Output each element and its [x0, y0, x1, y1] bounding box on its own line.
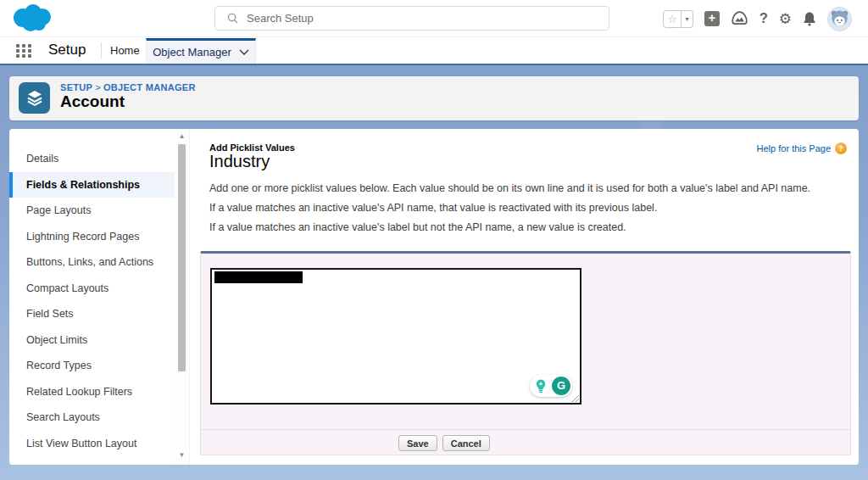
sidebar-item-related-lookup-filters[interactable]: Related Lookup Filters: [9, 379, 175, 405]
sidebar-item-hierarchy-columns[interactable]: Hierarchy Columns: [9, 456, 175, 465]
sidebar-item-page-layouts[interactable]: Page Layouts: [9, 198, 175, 224]
app-title: Setup: [48, 42, 86, 59]
app-launcher-icon[interactable]: [16, 44, 32, 58]
scroll-up-icon[interactable]: ▲: [175, 131, 189, 142]
sidebar-item-lightning-record-pages[interactable]: Lightning Record Pages: [9, 224, 175, 250]
instruction-line-2: If a value matches an inactive value's A…: [209, 202, 657, 214]
resize-handle[interactable]: [570, 393, 580, 403]
favorites-control: ☆ ▾: [663, 10, 693, 28]
breadcrumb: SETUP>OBJECT MANAGER: [60, 82, 196, 92]
breadcrumb-object-manager[interactable]: OBJECT MANAGER: [103, 82, 196, 92]
field-title: Industry: [209, 152, 270, 171]
notifications-bell-icon[interactable]: [803, 11, 816, 26]
global-search[interactable]: [214, 6, 609, 31]
object-sidebar: Details Fields & Relationships Page Layo…: [9, 129, 175, 465]
breadcrumb-setup[interactable]: SETUP: [60, 82, 92, 92]
sidebar-item-details[interactable]: Details: [9, 146, 175, 172]
user-avatar[interactable]: [827, 7, 852, 31]
favorite-star-icon[interactable]: ☆: [663, 10, 682, 28]
sidebar-item-buttons-links-actions[interactable]: Buttons, Links, and Actions: [9, 249, 175, 276]
help-question-icon[interactable]: ?: [835, 142, 847, 154]
setup-tab-bar: Setup Home Object Manager: [0, 37, 868, 64]
search-input[interactable]: [247, 12, 609, 25]
sidebar-item-field-sets[interactable]: Field Sets: [9, 301, 175, 327]
main-card: Details Fields & Relationships Page Layo…: [9, 129, 859, 465]
sidebar-item-object-limits[interactable]: Object Limits: [9, 327, 175, 354]
page-header-card: SETUP>OBJECT MANAGER Account: [9, 76, 859, 120]
instruction-line-1: Add one or more picklist values below. E…: [209, 182, 810, 194]
trailhead-icon[interactable]: [731, 10, 748, 27]
divider: [0, 64, 868, 65]
grammarly-g-icon[interactable]: G: [552, 377, 570, 395]
scroll-down-icon[interactable]: ▼: [175, 449, 189, 461]
sidebar-scrollbar[interactable]: ▲ ▼: [175, 129, 189, 465]
sidebar-item-record-types[interactable]: Record Types: [9, 353, 175, 379]
object-layers-icon: [19, 82, 50, 114]
form-buttons: Save Cancel: [398, 435, 490, 451]
grammarly-widget: G: [530, 375, 572, 397]
search-icon: [227, 13, 238, 24]
tab-home[interactable]: Home: [110, 44, 140, 57]
content-area: Add Picklist Values Industry Help for th…: [189, 129, 859, 465]
sidebar-item-compact-layouts[interactable]: Compact Layouts: [9, 276, 175, 302]
help-for-page: Help for this Page ?: [757, 142, 847, 154]
picklist-form-panel: G Save Cancel: [200, 251, 851, 455]
tab-object-manager-label: Object Manager: [153, 46, 231, 59]
tab-object-manager[interactable]: Object Manager: [146, 38, 256, 64]
quick-create-icon[interactable]: +: [704, 11, 720, 26]
divider: [201, 429, 850, 430]
scrollbar-thumb[interactable]: [178, 144, 186, 371]
help-for-page-link[interactable]: Help for this Page: [757, 143, 831, 153]
sidebar-item-list-view-button-layout[interactable]: List View Button Layout: [9, 431, 175, 457]
sidebar-item-search-layouts[interactable]: Search Layouts: [9, 405, 175, 431]
save-button[interactable]: Save: [398, 435, 437, 451]
favorites-dropdown-icon[interactable]: ▾: [682, 10, 693, 28]
sidebar-item-fields-relationships[interactable]: Fields & Relationships: [9, 172, 175, 198]
divider: [101, 42, 102, 59]
global-header: ☆ ▾ + ? ⚙: [0, 0, 868, 37]
chevron-down-icon: [239, 49, 249, 55]
grammarly-suggestion-bulb-icon[interactable]: [534, 378, 548, 393]
page-title: Account: [60, 92, 125, 111]
instruction-line-3: If a value matches an inactive value's l…: [209, 221, 626, 233]
redacted-text: [214, 271, 303, 283]
help-icon[interactable]: ?: [760, 11, 768, 26]
cancel-button[interactable]: Cancel: [442, 435, 490, 451]
picklist-values-textarea[interactable]: G: [210, 268, 581, 405]
setup-gear-icon[interactable]: ⚙: [779, 10, 792, 28]
salesforce-logo-icon: [10, 3, 56, 35]
